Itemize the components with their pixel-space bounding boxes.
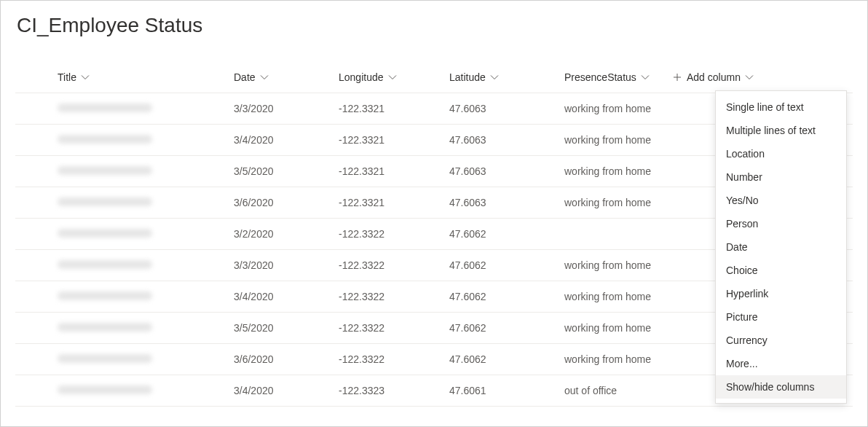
cell-title[interactable]: [15, 157, 234, 185]
cell-title[interactable]: [15, 220, 234, 248]
dropdown-item[interactable]: More...: [716, 352, 846, 375]
dropdown-item[interactable]: Show/hide columns: [716, 375, 846, 399]
cell-longitude: -122.3321: [339, 157, 449, 185]
column-header-presence-status[interactable]: PresenceStatus: [564, 64, 672, 90]
dropdown-item[interactable]: Multiple lines of text: [716, 119, 846, 142]
chevron-down-icon: [260, 73, 269, 82]
dropdown-item[interactable]: Date: [716, 235, 846, 259]
dropdown-item[interactable]: Person: [716, 212, 846, 235]
cell-longitude: -122.3321: [339, 189, 449, 216]
cell-title[interactable]: [15, 345, 234, 373]
dropdown-item[interactable]: Currency: [716, 329, 846, 352]
cell-title[interactable]: [15, 126, 234, 154]
cell-presence-status: working from home: [564, 345, 672, 373]
cell-longitude: -122.3322: [339, 345, 449, 373]
cell-longitude: -122.3323: [339, 377, 449, 404]
cell-date: 3/4/2020: [234, 126, 339, 154]
cell-date: 3/6/2020: [234, 345, 339, 373]
cell-presence-status: working from home: [564, 189, 672, 216]
cell-longitude: -122.3322: [339, 283, 449, 310]
cell-title[interactable]: [15, 95, 234, 122]
cell-presence-status: [564, 226, 672, 242]
redacted-title: [58, 103, 152, 112]
chevron-down-icon: [490, 73, 499, 82]
cell-latitude: 47.6062: [449, 314, 564, 342]
dropdown-item[interactable]: Picture: [716, 305, 846, 329]
dropdown-item[interactable]: Choice: [716, 259, 846, 282]
chevron-down-icon: [81, 73, 90, 82]
table-header-row: Title Date Longitude Latitude: [15, 62, 853, 93]
column-header-label: PresenceStatus: [564, 71, 636, 83]
cell-presence-status: working from home: [564, 283, 672, 310]
chevron-down-icon: [745, 73, 754, 82]
cell-date: 3/3/2020: [234, 95, 339, 122]
cell-presence-status: working from home: [564, 314, 672, 342]
plus-icon: [672, 72, 682, 82]
cell-title[interactable]: [15, 377, 234, 404]
cell-latitude: 47.6062: [449, 251, 564, 279]
dropdown-item[interactable]: Single line of text: [716, 95, 846, 119]
column-header-longitude[interactable]: Longitude: [339, 64, 449, 90]
cell-title[interactable]: [15, 283, 234, 310]
redacted-title: [58, 135, 152, 144]
redacted-title: [58, 260, 152, 269]
column-header-label: Date: [234, 71, 256, 83]
cell-presence-status: working from home: [564, 95, 672, 122]
column-header-label: Title: [58, 71, 76, 83]
cell-longitude: -122.3322: [339, 251, 449, 279]
cell-longitude: -122.3321: [339, 126, 449, 154]
add-column-button[interactable]: Add column: [672, 64, 774, 90]
column-header-label: Longitude: [339, 71, 384, 83]
cell-title[interactable]: [15, 251, 234, 279]
cell-date: 3/5/2020: [234, 314, 339, 342]
redacted-title: [58, 229, 152, 238]
cell-latitude: 47.6063: [449, 157, 564, 185]
cell-longitude: -122.3322: [339, 220, 449, 248]
cell-latitude: 47.6062: [449, 345, 564, 373]
cell-latitude: 47.6063: [449, 189, 564, 216]
cell-presence-status: out of office: [564, 377, 672, 404]
cell-date: 3/6/2020: [234, 189, 339, 216]
cell-latitude: 47.6063: [449, 126, 564, 154]
cell-longitude: -122.3321: [339, 95, 449, 122]
cell-date: 3/5/2020: [234, 157, 339, 185]
redacted-title: [58, 385, 152, 394]
cell-latitude: 47.6061: [449, 377, 564, 404]
cell-date: 3/4/2020: [234, 377, 339, 404]
redacted-title: [58, 291, 152, 300]
redacted-title: [58, 197, 152, 206]
add-column-label: Add column: [687, 71, 741, 83]
cell-longitude: -122.3322: [339, 314, 449, 342]
chevron-down-icon: [641, 73, 650, 82]
column-header-label: Latitude: [449, 71, 486, 83]
cell-presence-status: working from home: [564, 126, 672, 154]
dropdown-item[interactable]: Hyperlink: [716, 282, 846, 305]
cell-date: 3/3/2020: [234, 251, 339, 279]
cell-presence-status: working from home: [564, 157, 672, 185]
add-column-dropdown: Single line of textMultiple lines of tex…: [715, 90, 847, 404]
dropdown-item[interactable]: Yes/No: [716, 189, 846, 212]
cell-title[interactable]: [15, 189, 234, 216]
redacted-title: [58, 166, 152, 175]
cell-latitude: 47.6063: [449, 95, 564, 122]
cell-latitude: 47.6062: [449, 283, 564, 310]
dropdown-item[interactable]: Number: [716, 165, 846, 189]
cell-latitude: 47.6062: [449, 220, 564, 248]
column-header-date[interactable]: Date: [234, 64, 339, 90]
cell-presence-status: working from home: [564, 251, 672, 279]
cell-date: 3/4/2020: [234, 283, 339, 310]
dropdown-item[interactable]: Location: [716, 142, 846, 165]
list-title: CI_Employee Status: [17, 14, 853, 37]
cell-title[interactable]: [15, 314, 234, 342]
column-header-title[interactable]: Title: [15, 64, 234, 90]
redacted-title: [58, 323, 152, 332]
cell-date: 3/2/2020: [234, 220, 339, 248]
chevron-down-icon: [388, 73, 397, 82]
redacted-title: [58, 354, 152, 363]
list-view-frame: CI_Employee Status Title Date Longitude: [0, 0, 868, 427]
column-header-latitude[interactable]: Latitude: [449, 64, 564, 90]
